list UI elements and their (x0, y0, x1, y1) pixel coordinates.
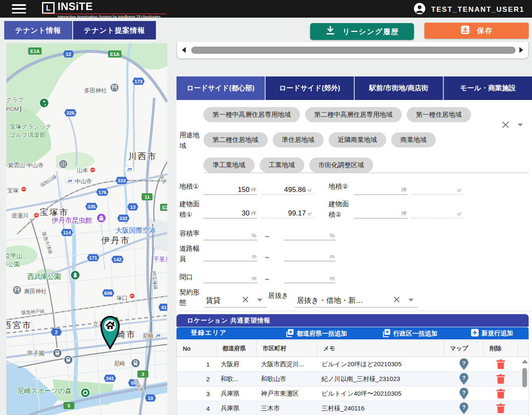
route-badge-606: 606 (102, 289, 114, 297)
menu-icon[interactable] (12, 4, 26, 13)
ring-icon (80, 388, 90, 399)
route-badge-E1A: E1A (108, 50, 121, 58)
leasing-history-button[interactable]: リーシング履歴 (310, 23, 414, 40)
map-pin-icon[interactable]: ? (444, 373, 484, 385)
building-area1-tsubo-input[interactable]: 30 坪 (203, 207, 257, 218)
station-icon (21, 186, 27, 194)
route-badge-41: 41 (158, 304, 167, 311)
use-district-chip[interactable]: 準住居地域 (273, 132, 324, 147)
trash-icon[interactable] (484, 374, 518, 384)
add-new-row-button[interactable]: 新規行追加 (471, 328, 513, 338)
floor-area-ratio-min-input[interactable]: % (203, 229, 257, 240)
route-badge-5: 5 (63, 402, 74, 409)
use-district-chip[interactable]: 近隣商業地域 (329, 132, 386, 147)
scrollbar-thumb[interactable] (191, 47, 516, 54)
route-badge-3: 3 (137, 370, 148, 378)
nav-tabs: テナント情報テナント提案情報 (4, 21, 157, 39)
trash-icon[interactable] (484, 389, 518, 399)
map-label: フクラブ (6, 96, 24, 104)
nav-tab[interactable]: テナント情報 (4, 21, 72, 39)
row-city: 大阪市西淀川... (257, 360, 317, 368)
category-tab[interactable]: ロードサイド(郊外) (266, 76, 355, 100)
map-pin-icon[interactable]: ? (444, 358, 484, 370)
land-area1-tsubo-input[interactable]: 150 坪 (203, 183, 257, 195)
use-district-chip[interactable]: 準工業地域 (203, 158, 255, 173)
clear-icon[interactable] (501, 120, 510, 131)
tree-icon (70, 270, 80, 282)
use-district-chip[interactable]: 第一種中高層住居専用地域 (203, 107, 300, 122)
route-badge-176: 176 (96, 189, 108, 196)
nav-tab[interactable]: テナント提案情報 (73, 21, 156, 39)
contract-type-select[interactable]: 賃貸 (204, 293, 266, 307)
use-district-chip[interactable]: 市街化調整区域 (309, 158, 374, 173)
scroll-left-icon[interactable] (182, 47, 186, 53)
frontage-min-input[interactable]: m (203, 271, 257, 283)
clear-icon[interactable] (241, 295, 250, 305)
contract-type-label: 契約形態 (179, 287, 202, 308)
category-tab[interactable]: モール・商業施設 (444, 76, 532, 100)
dropdown-caret-icon[interactable] (518, 123, 523, 126)
row-no: 4 (177, 405, 216, 412)
scroll-right-icon[interactable] (519, 47, 523, 53)
map-panel[interactable]: E1A12E1A17332533317611E2A335133321141711… (6, 43, 167, 415)
category-tab[interactable]: ロードサイド(都心部) (176, 76, 266, 100)
map-label: 川西市 (128, 151, 157, 162)
route-badge-2: 2 (51, 328, 62, 336)
map-label: 逆瀬川 (11, 212, 29, 220)
jr-icon: JR (153, 332, 162, 340)
use-district-chip[interactable]: 第一種住居地域 (407, 107, 471, 122)
category-tabs: ロードサイド(都心部)ロードサイド(郊外)駅前/市街地/商店街モール・商業施設 (176, 76, 532, 100)
map-label: 紫雲山 中山寺 (8, 162, 44, 169)
table-row: 4兵庫県三木市三村様_240116? (177, 401, 528, 415)
location-toolbar: 登録エリア 都道府県一括追加行政区一括追加新規行追加 (176, 327, 529, 339)
user-menu[interactable]: TEST_TENANT_USER1 (414, 3, 524, 16)
logo-icon: L (42, 2, 55, 14)
add-district-bulk-button[interactable]: 行政区一括追加 (382, 328, 437, 339)
jr-icon: JR (125, 166, 134, 173)
road-width-max-input[interactable]: m (284, 250, 335, 261)
building-area2-tsubo-input[interactable]: 坪 (354, 207, 408, 218)
inuki-select[interactable]: 居抜き・借地・新… (295, 293, 418, 307)
tsubo-unit-label: 坪 (251, 211, 256, 217)
scroll-up-icon[interactable] (522, 360, 528, 363)
save-button[interactable]: 保存 (424, 23, 529, 39)
scrollbar-thumb[interactable] (522, 368, 527, 387)
route-badge-E2A: E2A (160, 204, 167, 211)
app-header: L INSiTE Interactive Nominating System b… (0, 0, 532, 18)
map-pin-icon[interactable]: ? (444, 402, 484, 415)
category-tab[interactable]: 駅前/市街地/商店街 (355, 76, 444, 100)
dropdown-caret-icon[interactable] (257, 299, 262, 302)
column-header: マップ (444, 341, 484, 357)
location-section-title: ロケーション 共通要望情報 (176, 314, 529, 327)
location-table-header: No都道府県市区町村メモマップ削除 (176, 340, 529, 357)
station-icon (129, 293, 135, 301)
use-district-chip[interactable]: 第二種中高層住居専用地域 (305, 107, 402, 122)
use-district-chip[interactable]: 工業地域 (260, 158, 304, 173)
trash-icon[interactable] (484, 403, 518, 413)
route-badge-13: 13 (127, 203, 138, 210)
road-width-min-input[interactable]: m (203, 250, 257, 261)
table-row: 3兵庫県神戸市東灘区ビルトイン40坪〜20210305? (177, 386, 528, 401)
manji-icon: 卍 (58, 159, 68, 171)
svg-text:JR: JR (155, 333, 160, 338)
table-vertical-scrollbar[interactable] (521, 358, 528, 414)
add-prefecture-bulk-button[interactable]: 都道府県一括追加 (285, 328, 347, 339)
floor-area-ratio-max-input[interactable]: % (284, 229, 335, 240)
shrine-icon (12, 285, 22, 297)
horizontal-scrollbar[interactable] (176, 42, 529, 59)
land-area2-tsubo-input[interactable]: 坪 (354, 183, 408, 195)
clear-icon[interactable] (392, 295, 401, 305)
trash-icon[interactable] (484, 359, 518, 369)
frontage-max-input[interactable]: m (284, 271, 335, 283)
meter-unit-label: m (330, 276, 334, 281)
map-pin-icon[interactable]: ? (444, 388, 484, 400)
use-district-chip[interactable]: 第二種住居地域 (203, 132, 268, 147)
dropdown-caret-icon[interactable] (408, 299, 413, 302)
percent-unit-label: % (329, 233, 334, 239)
save-label: 保存 (477, 26, 493, 36)
route-badge-10: 10 (145, 394, 156, 402)
inuki-value: 居抜き・借地・新… (295, 295, 363, 305)
location-table-body: 1大阪府大阪市西淀川...ビルイン20坪ほど20210305?2和歌...和歌山… (176, 357, 529, 415)
use-district-chip[interactable]: 商業地域 (391, 132, 436, 147)
selected-location-pin[interactable] (100, 314, 121, 351)
